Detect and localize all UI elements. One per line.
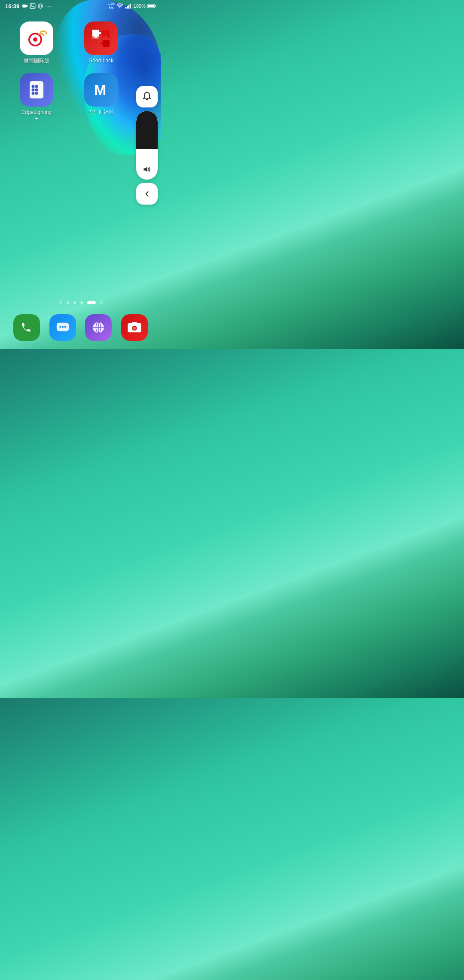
goodlock-logo bbox=[89, 27, 113, 50]
weibo-label: 微博国际版 bbox=[24, 58, 49, 64]
galaxy-svg: M bbox=[90, 79, 112, 101]
svg-point-7 bbox=[119, 7, 120, 8]
dock-app-phone[interactable] bbox=[13, 314, 40, 341]
svg-text:M: M bbox=[94, 82, 106, 98]
more-icon: ··· bbox=[45, 3, 52, 9]
edgelighting-icon bbox=[20, 73, 53, 107]
goodlock-label: Good Lock bbox=[89, 58, 113, 64]
dock bbox=[0, 310, 161, 349]
vpn-icon bbox=[37, 3, 43, 9]
battery-percent: 100% bbox=[134, 3, 146, 9]
edgelighting-svg bbox=[25, 79, 48, 101]
status-bar: 16:39 ··· 1.58 K/s bbox=[0, 0, 161, 12]
svg-rect-2 bbox=[30, 3, 35, 9]
svg-point-23 bbox=[32, 92, 35, 95]
svg-point-19 bbox=[32, 85, 35, 88]
wifi-icon: + bbox=[116, 3, 123, 9]
svg-rect-10 bbox=[127, 6, 128, 9]
svg-point-20 bbox=[35, 85, 38, 88]
messages-icon bbox=[55, 320, 70, 335]
weibo-svg bbox=[25, 27, 49, 50]
svg-point-31 bbox=[64, 326, 66, 328]
video-camera-icon bbox=[22, 3, 28, 9]
camera-icon bbox=[127, 320, 142, 335]
svg-rect-15 bbox=[155, 5, 156, 7]
svg-marker-27 bbox=[144, 167, 147, 172]
page-dot-active[interactable] bbox=[87, 301, 96, 304]
back-button[interactable] bbox=[136, 183, 158, 205]
bell-button[interactable] bbox=[136, 86, 158, 107]
svg-rect-12 bbox=[130, 4, 131, 9]
page-dot-2[interactable] bbox=[80, 301, 83, 304]
page-dot-1[interactable] bbox=[73, 301, 76, 304]
page-dots: ≡ bbox=[0, 299, 161, 306]
app-item-weibo[interactable]: 微博国际版 bbox=[9, 21, 64, 64]
galaxy-label: 盖乐世社区 bbox=[88, 109, 114, 116]
svg-text:+: + bbox=[122, 3, 123, 6]
volume-fill bbox=[136, 111, 158, 149]
svg-point-37 bbox=[133, 327, 136, 330]
goodlock-svg bbox=[90, 27, 112, 49]
phone-icon bbox=[19, 320, 34, 335]
side-panel bbox=[136, 86, 158, 205]
dock-app-messages[interactable] bbox=[49, 314, 76, 341]
edgelighting-logo bbox=[25, 78, 49, 101]
dock-app-camera[interactable] bbox=[121, 314, 148, 341]
svg-point-30 bbox=[62, 326, 64, 328]
svg-rect-11 bbox=[128, 5, 129, 9]
page-dot-last[interactable] bbox=[100, 301, 103, 304]
volume-icon bbox=[143, 165, 151, 175]
weibo-icon bbox=[20, 21, 53, 55]
svg-point-22 bbox=[35, 88, 38, 91]
svg-rect-14 bbox=[148, 5, 154, 7]
svg-point-29 bbox=[59, 326, 61, 328]
galaxy-icon: M bbox=[84, 73, 118, 107]
signal-icon bbox=[125, 3, 132, 9]
status-right: 1.58 K/s + 100% bbox=[108, 2, 156, 10]
svg-marker-1 bbox=[26, 5, 28, 8]
browser-icon bbox=[91, 320, 106, 335]
edgelighting-label: EdgeLighting + bbox=[21, 109, 52, 122]
svg-point-24 bbox=[35, 92, 38, 95]
bell-icon bbox=[142, 92, 152, 102]
speaker-icon bbox=[143, 165, 151, 174]
svg-point-3 bbox=[31, 5, 32, 6]
back-icon bbox=[143, 190, 151, 198]
data-speed: 1.58 K/s bbox=[108, 2, 115, 10]
weibo-logo bbox=[25, 27, 49, 50]
galaxy-logo: M bbox=[89, 78, 113, 101]
page-dot-menu[interactable]: ≡ bbox=[58, 299, 62, 306]
battery-icon bbox=[147, 3, 156, 9]
app-item-goodlock[interactable]: Good Lock bbox=[73, 21, 129, 64]
app-item-edgelighting[interactable]: EdgeLighting + bbox=[9, 73, 64, 122]
svg-point-21 bbox=[32, 88, 35, 91]
status-left: 16:39 ··· bbox=[5, 3, 52, 9]
app-item-galaxy[interactable]: M 盖乐世社区 bbox=[73, 73, 129, 122]
app-grid: 微博国际版 Good Lock bbox=[0, 17, 137, 127]
status-icons-left: ··· bbox=[22, 3, 52, 9]
svg-rect-0 bbox=[22, 5, 26, 8]
goodlock-icon bbox=[84, 21, 118, 55]
gallery-icon bbox=[30, 3, 36, 9]
volume-slider[interactable] bbox=[136, 111, 158, 180]
dock-app-browser[interactable] bbox=[85, 314, 112, 341]
svg-rect-9 bbox=[125, 7, 127, 9]
svg-point-17 bbox=[33, 37, 37, 42]
page-dot-0[interactable] bbox=[67, 301, 69, 304]
status-time: 16:39 bbox=[5, 3, 19, 9]
